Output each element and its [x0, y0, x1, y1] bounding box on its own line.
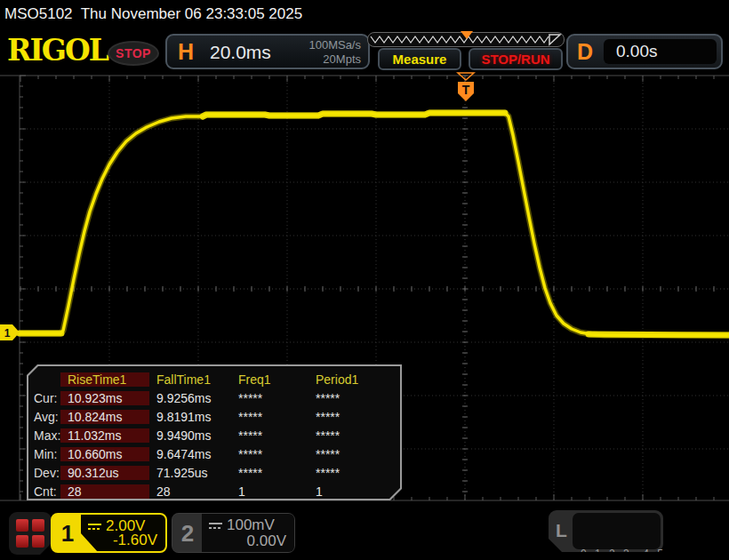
measure-value: 10.923ms	[60, 391, 149, 405]
delay-value[interactable]: 0.00s	[604, 39, 717, 64]
measure-value: *****	[308, 391, 386, 405]
timebase-value[interactable]: 20.0ms	[210, 42, 271, 63]
memory-bar-end-flag-icon	[549, 35, 560, 44]
memory-waveform-bar[interactable]	[367, 32, 565, 47]
measure-value: *****	[308, 428, 386, 443]
horizontal-label: H	[178, 39, 194, 65]
measure-value: *****	[231, 447, 308, 461]
measure-value: *****	[231, 466, 308, 480]
measure-row: Cnt:282811	[32, 482, 400, 500]
measure-row: Min:10.660ms9.6474ms**********	[32, 444, 400, 463]
measure-row-label: Dev:	[32, 466, 60, 480]
device-title: MSO5102 Thu November 06 23:33:05 2025	[0, 0, 729, 28]
measurement-table: RiseTime1FallTime1Freq1Period1Cur:10.923…	[28, 366, 400, 499]
oscilloscope-screen: 1T MSO5102 Thu November 06 23:33:05 2025…	[0, 0, 729, 560]
measure-value: 1	[308, 484, 386, 499]
measure-column-header[interactable]: RiseTime1	[60, 372, 149, 387]
apps-grid-square	[16, 535, 28, 548]
measure-value: 10.660ms	[60, 447, 149, 461]
measure-row: Cur:10.923ms9.9256ms**********	[32, 388, 400, 407]
apps-grid-square	[16, 519, 28, 532]
measure-value: 10.824ms	[60, 410, 149, 424]
delay-label: D	[577, 39, 593, 65]
measure-value: 71.925us	[149, 466, 231, 480]
apps-grid-icon[interactable]	[9, 512, 52, 555]
measure-value: 9.6474ms	[149, 447, 231, 461]
trigger-delay-box[interactable]: D 0.00s	[566, 34, 723, 69]
measurement-panel[interactable]: RiseTime1FallTime1Freq1Period1Cur:10.923…	[27, 364, 402, 500]
apps-grid-square	[32, 519, 44, 532]
measure-value: 11.032ms	[60, 428, 149, 443]
measure-value: 9.9490ms	[149, 428, 231, 443]
channel-1-offset: -1.60V	[113, 532, 157, 549]
measure-row: Dev:90.312us71.925us**********	[32, 463, 400, 482]
measure-button[interactable]: Measure	[378, 48, 461, 70]
measure-row: Avg:10.824ms9.8191ms**********	[32, 407, 400, 426]
measure-value: 90.312us	[60, 466, 149, 480]
logic-channel-numbers: 0 1 2 3 4 5 6 7 8 9 1011 12131415	[573, 513, 661, 549]
trigger-position-icon	[461, 31, 473, 39]
measure-value: 1	[231, 484, 308, 499]
measure-value: *****	[308, 447, 386, 461]
measure-row: Max:11.032ms9.9490ms**********	[32, 426, 400, 444]
measure-value: *****	[308, 410, 386, 424]
measure-value: 28	[60, 484, 149, 499]
svg-text:1: 1	[4, 327, 11, 340]
logic-label: L	[556, 520, 567, 541]
channel-2-offset: 0.00V	[247, 532, 286, 550]
rigol-logo: RIGOL	[7, 36, 108, 65]
channel-2-scale-row: 100mV	[209, 516, 275, 534]
measure-value: *****	[231, 428, 308, 443]
apps-grid-square	[32, 535, 44, 548]
measure-column-header[interactable]: FallTime1	[149, 372, 231, 387]
sample-rate: 100MSa/s	[308, 38, 361, 52]
channel-2-box[interactable]: 100mV 0.00V 2	[172, 513, 295, 553]
svg-text:T: T	[462, 83, 470, 97]
measure-value: *****	[231, 391, 308, 405]
channel-2-body: 100mV 0.00V	[202, 514, 294, 552]
measure-value: 9.8191ms	[149, 410, 231, 424]
channel-1-number: 1	[58, 520, 77, 548]
dc-coupling-icon	[88, 524, 101, 530]
logic-channels-box[interactable]: L 0 1 2 3 4 5 6 7 8 9 1011 12131415	[549, 510, 663, 552]
channel-1-box[interactable]: 1 2.00V -1.60V	[51, 513, 167, 553]
measure-row-label: Max:	[32, 428, 60, 443]
measure-value: *****	[308, 466, 386, 480]
trigger-marker-icon: T	[458, 73, 474, 101]
horizontal-settings-box[interactable]: H 20.0ms 100MSa/s20Mpts	[165, 34, 370, 69]
dc-coupling-icon	[209, 523, 222, 529]
measure-row-label: Avg:	[32, 410, 60, 424]
run-state-badge[interactable]: STOP	[108, 41, 159, 66]
memory-depth: 20Mpts	[323, 52, 361, 66]
channel-2-scale: 100mV	[227, 516, 275, 534]
measure-value: 28	[149, 484, 231, 499]
ch1-trace	[20, 113, 729, 335]
measure-row-label: Min:	[32, 447, 60, 461]
stop-run-button[interactable]: STOP/RUN	[469, 48, 563, 70]
channel-2-number: 2	[178, 520, 197, 548]
measure-row-label: Cnt:	[32, 484, 60, 499]
measure-column-header[interactable]: Freq1	[231, 372, 308, 387]
measure-value: 9.9256ms	[149, 391, 231, 405]
measure-value: *****	[231, 410, 308, 424]
ch1-ground-marker-icon: 1	[0, 324, 20, 340]
measure-header-row: RiseTime1FallTime1Freq1Period1	[32, 370, 400, 388]
measure-row-label: Cur:	[32, 391, 60, 405]
sample-rate-memdepth: 100MSa/s20Mpts	[308, 38, 361, 67]
measure-column-header[interactable]: Period1	[308, 372, 386, 387]
